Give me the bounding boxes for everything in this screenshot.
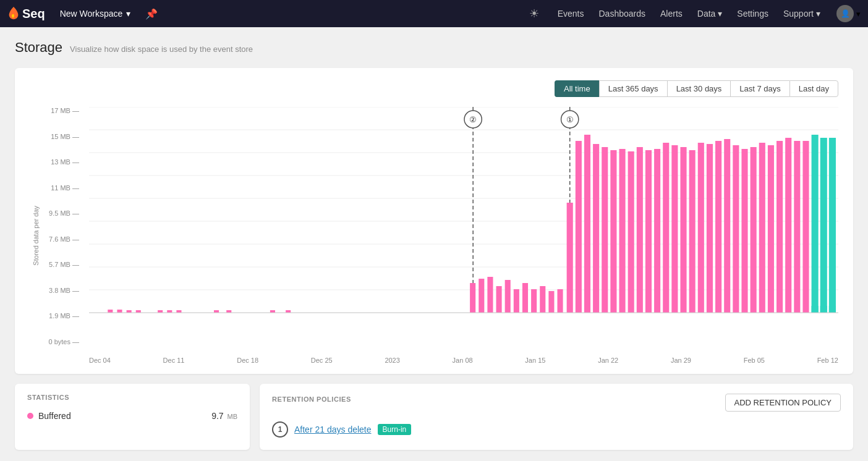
svg-rect-10 bbox=[108, 310, 113, 313]
bottom-panels: STATISTICS Buffered 9.7 MB RETENTION POL… bbox=[15, 384, 853, 450]
svg-rect-44 bbox=[619, 149, 625, 313]
y-tick-11mb: 11 MB — bbox=[51, 184, 79, 192]
x-tick-dec25: Dec 25 bbox=[311, 357, 333, 364]
retention-panel: RETENTION POLICIES ADD RETENTION POLICY … bbox=[260, 384, 853, 450]
stat-label-buffered: Buffered bbox=[38, 411, 206, 421]
svg-rect-61 bbox=[768, 145, 774, 313]
chart-inner: 17 MB — 15 MB — 13 MB — 11 MB — 9.5 MB —… bbox=[47, 107, 838, 364]
data-chevron-icon: ▾ bbox=[718, 9, 722, 19]
y-axis-label: Stored data per day bbox=[32, 206, 40, 266]
svg-text:①: ① bbox=[566, 115, 574, 124]
app-logo: Seq bbox=[7, 7, 45, 21]
workspace-chevron-icon: ▾ bbox=[126, 9, 130, 19]
svg-rect-13 bbox=[136, 310, 141, 313]
x-tick-feb12: Feb 12 bbox=[817, 357, 838, 364]
workspace-selector[interactable]: New Workspace ▾ bbox=[55, 6, 136, 21]
nav-dashboards[interactable]: Dashboards bbox=[592, 6, 652, 21]
y-tick-5.7mb: 5.7 MB — bbox=[49, 261, 79, 268]
svg-rect-16 bbox=[176, 310, 181, 313]
svg-rect-45 bbox=[628, 151, 634, 313]
svg-rect-28 bbox=[505, 280, 511, 313]
svg-rect-51 bbox=[680, 147, 686, 313]
filter-7-days[interactable]: Last 7 days bbox=[730, 80, 789, 97]
y-tick-0: 0 bytes — bbox=[48, 338, 79, 345]
nav-events[interactable]: Events bbox=[551, 6, 590, 21]
y-tick-17mb: 17 MB — bbox=[51, 107, 79, 114]
svg-rect-43 bbox=[610, 150, 616, 313]
svg-rect-47 bbox=[645, 150, 652, 313]
x-tick-feb05: Feb 05 bbox=[744, 357, 765, 364]
support-chevron-icon: ▾ bbox=[816, 9, 820, 19]
svg-rect-30 bbox=[522, 283, 528, 313]
svg-rect-55 bbox=[715, 141, 721, 313]
svg-rect-63 bbox=[785, 138, 791, 313]
workspace-label: New Workspace bbox=[60, 9, 123, 19]
svg-rect-53 bbox=[698, 143, 704, 313]
svg-rect-31 bbox=[531, 289, 537, 313]
chart-card: All time Last 365 days Last 30 days Last… bbox=[15, 68, 853, 374]
svg-rect-70 bbox=[820, 306, 827, 313]
page-content: Storage Visualize how disk space is used… bbox=[0, 27, 868, 461]
chart-plot: ② bbox=[89, 107, 838, 354]
svg-rect-25 bbox=[479, 279, 484, 313]
svg-rect-62 bbox=[777, 141, 783, 313]
page-header: Storage Visualize how disk space is used… bbox=[15, 40, 853, 56]
svg-rect-49 bbox=[663, 143, 669, 313]
svg-rect-54 bbox=[707, 144, 713, 313]
svg-rect-24 bbox=[470, 283, 475, 313]
chart-area: Stored data per day 17 MB — 15 MB — 13 M… bbox=[30, 107, 838, 364]
filter-last-day[interactable]: Last day bbox=[789, 80, 838, 97]
filter-365-days[interactable]: Last 365 days bbox=[599, 80, 667, 97]
svg-rect-52 bbox=[689, 150, 696, 313]
svg-rect-26 bbox=[487, 277, 493, 313]
svg-rect-32 bbox=[540, 286, 545, 313]
statistics-panel: STATISTICS Buffered 9.7 MB bbox=[15, 384, 250, 450]
x-axis: Dec 04 Dec 11 Dec 18 Dec 25 2023 Jan 08 … bbox=[89, 354, 838, 364]
svg-rect-50 bbox=[671, 145, 678, 313]
svg-rect-20 bbox=[286, 310, 291, 313]
svg-rect-14 bbox=[158, 310, 163, 313]
nav-alerts[interactable]: Alerts bbox=[654, 6, 689, 21]
x-tick-jan22: Jan 22 bbox=[598, 357, 618, 364]
x-tick-dec18: Dec 18 bbox=[237, 357, 258, 364]
x-tick-dec11: Dec 11 bbox=[163, 357, 185, 364]
retention-tag: Burn-in bbox=[378, 424, 412, 435]
svg-rect-66 bbox=[812, 135, 819, 313]
pin-icon[interactable]: 📌 bbox=[145, 8, 158, 20]
nav-data[interactable]: Data ▾ bbox=[691, 6, 729, 21]
svg-rect-56 bbox=[724, 139, 730, 313]
stat-row-buffered: Buffered 9.7 MB bbox=[27, 408, 237, 423]
svg-rect-46 bbox=[637, 147, 643, 313]
retention-title: RETENTION POLICIES bbox=[272, 395, 351, 403]
avatar: 👤 bbox=[836, 5, 854, 22]
svg-rect-60 bbox=[759, 143, 765, 313]
svg-rect-29 bbox=[514, 289, 519, 313]
nav-settings[interactable]: Settings bbox=[731, 6, 775, 21]
svg-rect-33 bbox=[548, 291, 554, 313]
navbar: Seq New Workspace ▾ 📌 ☀ Events Dashboard… bbox=[0, 0, 868, 27]
y-axis: 17 MB — 15 MB — 13 MB — 11 MB — 9.5 MB —… bbox=[47, 107, 84, 345]
svg-rect-34 bbox=[558, 289, 563, 313]
svg-rect-48 bbox=[654, 149, 660, 313]
sun-icon: ☀ bbox=[529, 7, 539, 20]
retention-policy-link[interactable]: After 21 days delete bbox=[294, 425, 372, 434]
nav-support[interactable]: Support ▾ bbox=[777, 6, 827, 21]
y-tick-13mb: 13 MB — bbox=[51, 158, 79, 166]
stat-value-buffered: 9.7 MB bbox=[211, 411, 237, 421]
svg-rect-64 bbox=[794, 141, 800, 313]
main-nav: Events Dashboards Alerts Data ▾ Settings… bbox=[551, 6, 827, 21]
svg-rect-69 bbox=[812, 306, 819, 313]
retention-item-1: 1 After 21 days delete Burn-in bbox=[272, 419, 841, 440]
y-tick-1.9mb: 1.9 MB — bbox=[49, 312, 79, 319]
theme-toggle-button[interactable]: ☀ bbox=[527, 4, 542, 23]
svg-rect-15 bbox=[167, 310, 172, 313]
user-menu-button[interactable]: 👤 ▾ bbox=[836, 5, 861, 22]
filter-30-days[interactable]: Last 30 days bbox=[667, 80, 731, 97]
y-tick-3.8mb: 3.8 MB — bbox=[49, 287, 79, 294]
chart-svg: ② bbox=[89, 107, 838, 336]
add-retention-policy-button[interactable]: ADD RETENTION POLICY bbox=[725, 394, 841, 412]
svg-rect-38 bbox=[567, 203, 573, 313]
y-tick-15mb: 15 MB — bbox=[51, 133, 79, 140]
filter-all-time[interactable]: All time bbox=[555, 80, 599, 97]
y-tick-7.6mb: 7.6 MB — bbox=[49, 235, 79, 243]
